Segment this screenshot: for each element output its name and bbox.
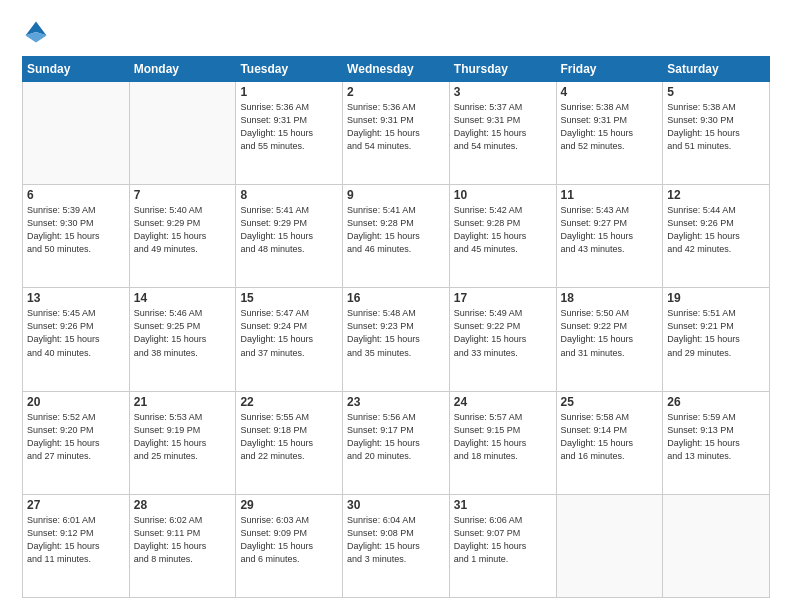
day-number: 15 [240, 291, 338, 305]
calendar-cell [23, 82, 130, 185]
day-info: Sunrise: 5:42 AM Sunset: 9:28 PM Dayligh… [454, 204, 552, 256]
day-number: 1 [240, 85, 338, 99]
calendar-cell: 16Sunrise: 5:48 AM Sunset: 9:23 PM Dayli… [343, 288, 450, 391]
day-number: 10 [454, 188, 552, 202]
day-info: Sunrise: 5:38 AM Sunset: 9:30 PM Dayligh… [667, 101, 765, 153]
calendar: SundayMondayTuesdayWednesdayThursdayFrid… [22, 56, 770, 598]
day-number: 8 [240, 188, 338, 202]
calendar-cell: 13Sunrise: 5:45 AM Sunset: 9:26 PM Dayli… [23, 288, 130, 391]
day-number: 22 [240, 395, 338, 409]
weekday-header: Friday [556, 57, 663, 82]
day-info: Sunrise: 5:51 AM Sunset: 9:21 PM Dayligh… [667, 307, 765, 359]
weekday-header: Tuesday [236, 57, 343, 82]
calendar-cell [663, 494, 770, 597]
day-number: 24 [454, 395, 552, 409]
calendar-cell: 29Sunrise: 6:03 AM Sunset: 9:09 PM Dayli… [236, 494, 343, 597]
calendar-cell: 21Sunrise: 5:53 AM Sunset: 9:19 PM Dayli… [129, 391, 236, 494]
calendar-cell: 9Sunrise: 5:41 AM Sunset: 9:28 PM Daylig… [343, 185, 450, 288]
day-info: Sunrise: 5:56 AM Sunset: 9:17 PM Dayligh… [347, 411, 445, 463]
calendar-cell: 18Sunrise: 5:50 AM Sunset: 9:22 PM Dayli… [556, 288, 663, 391]
day-number: 3 [454, 85, 552, 99]
day-number: 12 [667, 188, 765, 202]
calendar-cell: 11Sunrise: 5:43 AM Sunset: 9:27 PM Dayli… [556, 185, 663, 288]
day-info: Sunrise: 5:49 AM Sunset: 9:22 PM Dayligh… [454, 307, 552, 359]
calendar-cell: 26Sunrise: 5:59 AM Sunset: 9:13 PM Dayli… [663, 391, 770, 494]
day-info: Sunrise: 5:48 AM Sunset: 9:23 PM Dayligh… [347, 307, 445, 359]
logo [22, 18, 54, 46]
calendar-cell: 22Sunrise: 5:55 AM Sunset: 9:18 PM Dayli… [236, 391, 343, 494]
day-number: 19 [667, 291, 765, 305]
calendar-week-row: 20Sunrise: 5:52 AM Sunset: 9:20 PM Dayli… [23, 391, 770, 494]
calendar-cell: 28Sunrise: 6:02 AM Sunset: 9:11 PM Dayli… [129, 494, 236, 597]
calendar-cell: 23Sunrise: 5:56 AM Sunset: 9:17 PM Dayli… [343, 391, 450, 494]
day-info: Sunrise: 5:36 AM Sunset: 9:31 PM Dayligh… [347, 101, 445, 153]
weekday-header: Monday [129, 57, 236, 82]
day-info: Sunrise: 5:57 AM Sunset: 9:15 PM Dayligh… [454, 411, 552, 463]
calendar-cell: 27Sunrise: 6:01 AM Sunset: 9:12 PM Dayli… [23, 494, 130, 597]
calendar-cell: 25Sunrise: 5:58 AM Sunset: 9:14 PM Dayli… [556, 391, 663, 494]
calendar-cell: 7Sunrise: 5:40 AM Sunset: 9:29 PM Daylig… [129, 185, 236, 288]
day-number: 14 [134, 291, 232, 305]
calendar-cell: 5Sunrise: 5:38 AM Sunset: 9:30 PM Daylig… [663, 82, 770, 185]
calendar-week-row: 6Sunrise: 5:39 AM Sunset: 9:30 PM Daylig… [23, 185, 770, 288]
day-info: Sunrise: 5:45 AM Sunset: 9:26 PM Dayligh… [27, 307, 125, 359]
day-number: 30 [347, 498, 445, 512]
day-info: Sunrise: 5:46 AM Sunset: 9:25 PM Dayligh… [134, 307, 232, 359]
day-info: Sunrise: 6:01 AM Sunset: 9:12 PM Dayligh… [27, 514, 125, 566]
day-number: 13 [27, 291, 125, 305]
logo-icon [22, 18, 50, 46]
day-number: 16 [347, 291, 445, 305]
page: SundayMondayTuesdayWednesdayThursdayFrid… [0, 0, 792, 612]
calendar-cell: 2Sunrise: 5:36 AM Sunset: 9:31 PM Daylig… [343, 82, 450, 185]
calendar-cell [129, 82, 236, 185]
calendar-cell: 30Sunrise: 6:04 AM Sunset: 9:08 PM Dayli… [343, 494, 450, 597]
day-info: Sunrise: 5:47 AM Sunset: 9:24 PM Dayligh… [240, 307, 338, 359]
day-number: 23 [347, 395, 445, 409]
day-info: Sunrise: 6:06 AM Sunset: 9:07 PM Dayligh… [454, 514, 552, 566]
day-number: 27 [27, 498, 125, 512]
day-info: Sunrise: 5:53 AM Sunset: 9:19 PM Dayligh… [134, 411, 232, 463]
day-number: 29 [240, 498, 338, 512]
day-number: 4 [561, 85, 659, 99]
day-number: 26 [667, 395, 765, 409]
day-number: 2 [347, 85, 445, 99]
calendar-week-row: 13Sunrise: 5:45 AM Sunset: 9:26 PM Dayli… [23, 288, 770, 391]
day-info: Sunrise: 5:50 AM Sunset: 9:22 PM Dayligh… [561, 307, 659, 359]
weekday-header: Saturday [663, 57, 770, 82]
day-info: Sunrise: 6:04 AM Sunset: 9:08 PM Dayligh… [347, 514, 445, 566]
calendar-week-row: 1Sunrise: 5:36 AM Sunset: 9:31 PM Daylig… [23, 82, 770, 185]
day-info: Sunrise: 5:38 AM Sunset: 9:31 PM Dayligh… [561, 101, 659, 153]
header [22, 18, 770, 46]
calendar-cell: 17Sunrise: 5:49 AM Sunset: 9:22 PM Dayli… [449, 288, 556, 391]
day-number: 20 [27, 395, 125, 409]
day-info: Sunrise: 5:41 AM Sunset: 9:29 PM Dayligh… [240, 204, 338, 256]
calendar-cell: 8Sunrise: 5:41 AM Sunset: 9:29 PM Daylig… [236, 185, 343, 288]
day-number: 9 [347, 188, 445, 202]
calendar-cell: 20Sunrise: 5:52 AM Sunset: 9:20 PM Dayli… [23, 391, 130, 494]
day-number: 17 [454, 291, 552, 305]
day-number: 11 [561, 188, 659, 202]
calendar-cell: 14Sunrise: 5:46 AM Sunset: 9:25 PM Dayli… [129, 288, 236, 391]
calendar-cell: 19Sunrise: 5:51 AM Sunset: 9:21 PM Dayli… [663, 288, 770, 391]
day-info: Sunrise: 5:39 AM Sunset: 9:30 PM Dayligh… [27, 204, 125, 256]
calendar-cell [556, 494, 663, 597]
calendar-cell: 4Sunrise: 5:38 AM Sunset: 9:31 PM Daylig… [556, 82, 663, 185]
calendar-cell: 1Sunrise: 5:36 AM Sunset: 9:31 PM Daylig… [236, 82, 343, 185]
day-info: Sunrise: 5:37 AM Sunset: 9:31 PM Dayligh… [454, 101, 552, 153]
calendar-cell: 15Sunrise: 5:47 AM Sunset: 9:24 PM Dayli… [236, 288, 343, 391]
day-number: 21 [134, 395, 232, 409]
day-info: Sunrise: 5:59 AM Sunset: 9:13 PM Dayligh… [667, 411, 765, 463]
day-info: Sunrise: 6:02 AM Sunset: 9:11 PM Dayligh… [134, 514, 232, 566]
weekday-header-row: SundayMondayTuesdayWednesdayThursdayFrid… [23, 57, 770, 82]
day-info: Sunrise: 5:43 AM Sunset: 9:27 PM Dayligh… [561, 204, 659, 256]
day-number: 18 [561, 291, 659, 305]
calendar-cell: 6Sunrise: 5:39 AM Sunset: 9:30 PM Daylig… [23, 185, 130, 288]
day-info: Sunrise: 5:55 AM Sunset: 9:18 PM Dayligh… [240, 411, 338, 463]
day-info: Sunrise: 5:40 AM Sunset: 9:29 PM Dayligh… [134, 204, 232, 256]
calendar-cell: 10Sunrise: 5:42 AM Sunset: 9:28 PM Dayli… [449, 185, 556, 288]
day-info: Sunrise: 5:41 AM Sunset: 9:28 PM Dayligh… [347, 204, 445, 256]
day-info: Sunrise: 5:58 AM Sunset: 9:14 PM Dayligh… [561, 411, 659, 463]
day-info: Sunrise: 5:44 AM Sunset: 9:26 PM Dayligh… [667, 204, 765, 256]
calendar-week-row: 27Sunrise: 6:01 AM Sunset: 9:12 PM Dayli… [23, 494, 770, 597]
weekday-header: Thursday [449, 57, 556, 82]
